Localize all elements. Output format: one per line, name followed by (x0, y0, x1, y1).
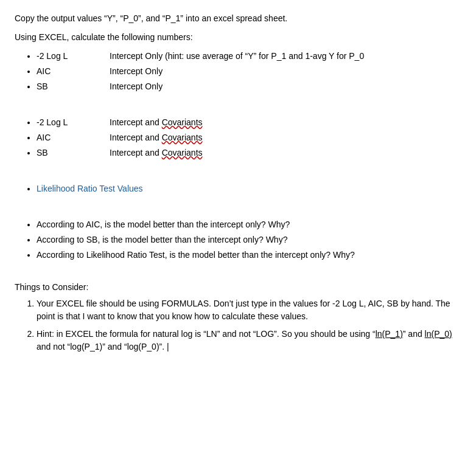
list-item: SB Intercept Only (37, 80, 461, 93)
section1-list: -2 Log L Intercept Only (hint: use avera… (37, 50, 461, 93)
intro-line1: Copy the output values “Y”, “P_0”, and “… (15, 12, 461, 25)
value-sb-2: Intercept and Covariants (110, 147, 461, 159)
value-sb-1: Intercept Only (110, 80, 461, 93)
label-aic-1: AIC (37, 65, 110, 78)
section1-intercept-only: -2 Log L Intercept Only (hint: use avera… (15, 50, 461, 93)
list-item: Hint: in EXCEL the formula for natural l… (37, 328, 461, 353)
list-item: According to SB, is the model better tha… (37, 234, 461, 246)
label-neg2logl-2: -2 Log L (37, 116, 110, 129)
label-neg2logl-1: -2 Log L (37, 50, 110, 63)
list-item: -2 Log L Intercept and Covariants (37, 116, 461, 129)
ln-p1-underline: ln(P_1) (376, 329, 403, 339)
hint-text-part1: Hint: in EXCEL the formula for natural l… (37, 329, 376, 339)
value-neg2logl-2: Intercept and Covariants (110, 116, 461, 129)
section3-list: Likelihood Ratio Test Values (37, 182, 461, 195)
section4-list: According to AIC, is the model better th… (37, 218, 461, 261)
things-to-consider-header: Things to Consider: (15, 281, 461, 294)
value-aic-2: Intercept and Covariants (110, 131, 461, 144)
lrt-label: Likelihood Ratio Test Values (37, 184, 143, 193)
value-prefix-0: Intercept and (110, 117, 162, 127)
section2-intercept-covariants: -2 Log L Intercept and Covariants AIC In… (15, 116, 461, 159)
value-neg2logl-1: Intercept Only (hint: use average of “Y”… (110, 50, 461, 63)
hint-text-part3: and not “log(P_1)” and “log(P_0)”. | (37, 342, 169, 351)
list-item: AIC Intercept and Covariants (37, 131, 461, 144)
section4-questions: According to AIC, is the model better th… (15, 218, 461, 261)
things-list: Your EXCEL file should be using FORMULAS… (37, 297, 461, 353)
list-item: According to AIC, is the model better th… (37, 218, 461, 231)
label-sb-2: SB (37, 147, 110, 159)
list-item: According to Likelihood Ratio Test, is t… (37, 249, 461, 261)
covariants-underline-0: Covariants (162, 117, 203, 127)
hint-text-part2: ” and (403, 329, 425, 339)
ln-p0-underline: ln(P_0) (425, 329, 452, 339)
list-item: Likelihood Ratio Test Values (37, 182, 461, 195)
value-aic-1: Intercept Only (110, 65, 461, 78)
covariants-underline-2: Covariants (162, 148, 203, 158)
value-prefix-1: Intercept and (110, 133, 162, 142)
list-item: AIC Intercept Only (37, 65, 461, 78)
label-aic-2: AIC (37, 131, 110, 144)
intro-line2: Using EXCEL, calculate the following num… (15, 31, 461, 44)
label-sb-1: SB (37, 80, 110, 93)
section3-lrt: Likelihood Ratio Test Values (15, 182, 461, 195)
section2-list: -2 Log L Intercept and Covariants AIC In… (37, 116, 461, 159)
covariants-underline-1: Covariants (162, 133, 203, 142)
list-item: -2 Log L Intercept Only (hint: use avera… (37, 50, 461, 63)
list-item: SB Intercept and Covariants (37, 147, 461, 159)
list-item: Your EXCEL file should be using FORMULAS… (37, 297, 461, 323)
value-prefix-2: Intercept and (110, 148, 162, 158)
